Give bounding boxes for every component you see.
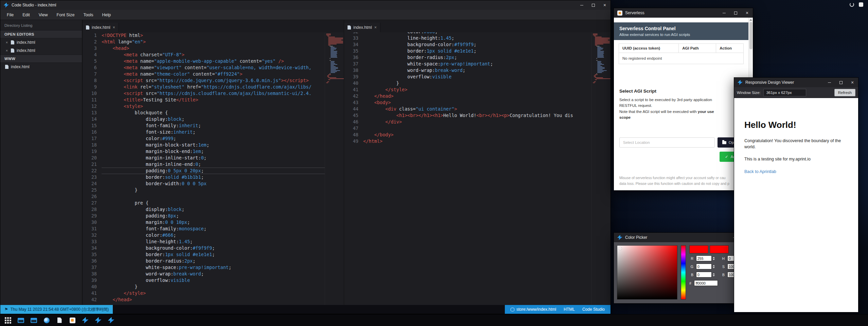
code-line-31[interactable]: font-family:monospace; xyxy=(102,226,325,232)
open-editor-item[interactable]: ×index.html xyxy=(0,38,82,46)
code-line-44[interactable]: <div class="ui container"> xyxy=(363,106,591,112)
code-line-46[interactable]: </div> xyxy=(363,119,591,125)
code-line-26[interactable] xyxy=(102,193,325,200)
close-editor-icon[interactable]: × xyxy=(5,49,8,53)
code-line-37[interactable]: white-space:pre-wrap!important; xyxy=(102,264,325,271)
minimize-button[interactable] xyxy=(576,0,587,10)
code-line-19[interactable]: margin-block-end:1em; xyxy=(102,148,325,155)
minimize-button[interactable] xyxy=(823,78,835,87)
tab-index-html[interactable]: index.html × xyxy=(344,23,380,32)
close-button[interactable]: × xyxy=(741,8,753,18)
code-line-43[interactable]: <body> xyxy=(363,99,591,106)
code-line-41[interactable]: </style> xyxy=(102,290,325,296)
code-line-39[interactable]: overflow:visible xyxy=(102,277,325,284)
minimize-button[interactable] xyxy=(718,8,730,18)
code-line-2[interactable]: <html lang="en"> xyxy=(102,39,325,45)
code-line-34[interactable]: background-color:#f9f9f9; xyxy=(102,245,325,251)
maximize-button[interactable] xyxy=(835,78,847,87)
code-line-45[interactable]: <h1><br></h1><h1>Hello World!<br></h1><p… xyxy=(363,112,591,119)
code-line-22[interactable]: padding:0 5px 0 20px; xyxy=(102,168,325,174)
code-line-8[interactable]: <script src="https://code.jquery.com/jqu… xyxy=(102,77,325,84)
script-location-input[interactable] xyxy=(619,137,715,148)
taskbar-app-serverless[interactable] xyxy=(67,315,77,325)
stepper-icon[interactable] xyxy=(713,273,715,276)
tab-close-icon[interactable]: × xyxy=(374,25,377,30)
picker-titlebar[interactable]: Color Picker × xyxy=(614,233,752,242)
menu-item-help[interactable]: Help xyxy=(98,10,116,20)
code-line-28[interactable]: display:block; xyxy=(102,206,325,213)
code-line-30[interactable]: margin:0 0 10px; xyxy=(102,219,325,226)
code-line-16[interactable]: font-size:inherit; xyxy=(102,129,325,135)
menu-item-tools[interactable]: Tools xyxy=(79,10,98,20)
tab-close-icon[interactable]: × xyxy=(113,25,115,30)
code-line-32[interactable]: color:#666; xyxy=(102,232,325,238)
code-line-38[interactable]: word-wrap:break-word; xyxy=(363,67,591,74)
minimap[interactable] xyxy=(325,32,344,305)
code-editor[interactable]: color:#666; line-height:1.45; background… xyxy=(363,32,591,145)
close-button[interactable]: × xyxy=(847,78,858,87)
code-line-39[interactable]: overflow:visible xyxy=(363,74,591,80)
code-line-40[interactable]: } xyxy=(102,284,325,290)
close-button[interactable]: × xyxy=(599,0,610,10)
code-line-6[interactable]: <meta name="viewport" content="user-scal… xyxy=(102,64,325,71)
saturation-value-field[interactable] xyxy=(617,245,677,300)
section-header-www[interactable]: WWW xyxy=(0,55,82,63)
code-line-23[interactable]: border:solid #b1b1b1; xyxy=(102,174,325,180)
code-line-38[interactable]: word-wrap:break-word; xyxy=(102,271,325,277)
picker-cursor[interactable] xyxy=(619,247,622,250)
code-line-25[interactable]: } xyxy=(102,187,325,193)
code-line-40[interactable]: } xyxy=(363,80,591,87)
minimap[interactable] xyxy=(591,32,610,305)
code-line-9[interactable]: <link rel="stylesheet" href="https://cdn… xyxy=(102,84,325,90)
serverless-titlebar[interactable]: Serverless × xyxy=(614,8,753,18)
code-line-12[interactable]: <style> xyxy=(102,103,325,110)
menu-item-font-size[interactable]: Font Size xyxy=(52,10,79,20)
code-line-47[interactable] xyxy=(363,125,591,132)
status-file-path[interactable]: store:/www/index.html xyxy=(507,307,560,312)
code-line-11[interactable]: <title>Testing Site</title> xyxy=(102,97,325,103)
code-line-4[interactable]: <meta charset="UTF-8"> xyxy=(102,52,325,58)
taskbar-app-files[interactable] xyxy=(54,315,65,325)
code-line-34[interactable]: background-color:#f9f9f9; xyxy=(363,41,591,48)
code-line-49[interactable]: </html> xyxy=(363,138,591,145)
code-line-15[interactable]: font-family:inherit; xyxy=(102,122,325,129)
refresh-button[interactable]: Refresh xyxy=(834,89,855,96)
taskbar-app-browser[interactable] xyxy=(41,315,52,325)
code-line-17[interactable]: color:#999; xyxy=(102,135,325,142)
scroll-up-icon[interactable] xyxy=(749,19,752,21)
menu-item-view[interactable]: View xyxy=(34,10,52,20)
scrollbar-thumb[interactable] xyxy=(749,22,752,49)
code-line-33[interactable]: line-height:1.45; xyxy=(363,35,591,41)
code-line-42[interactable]: </head> xyxy=(363,93,591,99)
previous-color-swatch[interactable] xyxy=(710,245,729,253)
stepper-icon[interactable] xyxy=(713,257,715,260)
taskbar-app-codestudio-3[interactable] xyxy=(106,315,116,325)
hue-slider[interactable] xyxy=(681,245,686,300)
maximize-button[interactable] xyxy=(730,8,741,18)
app-launcher-icon[interactable] xyxy=(3,315,13,325)
open-editor-item[interactable]: ×index.html xyxy=(0,46,82,55)
taskbar-app-codestudio-2[interactable] xyxy=(93,315,103,325)
main-titlebar[interactable]: Code Studio - index.html × xyxy=(0,0,610,10)
input-rgb-b[interactable]: 0 xyxy=(696,272,717,277)
code-line-1[interactable]: <!DOCTYPE html> xyxy=(102,32,325,39)
code-line-37[interactable]: white-space:pre-wrap!important; xyxy=(363,61,591,67)
code-line-27[interactable]: pre { xyxy=(102,200,325,206)
code-line-14[interactable]: display:block; xyxy=(102,116,325,122)
menu-item-edit[interactable]: Edit xyxy=(18,10,34,20)
code-line-5[interactable]: <meta name="apple-mobile-web-app-capable… xyxy=(102,58,325,64)
code-line-32[interactable]: color:#666; xyxy=(363,32,591,35)
taskbar-app-window-2[interactable] xyxy=(29,315,39,325)
code-line-24[interactable]: border-width:0 0 0 5px xyxy=(102,180,325,187)
code-line-29[interactable]: padding:8px; xyxy=(102,213,325,219)
input-rgb-r[interactable]: 255 xyxy=(696,255,717,261)
current-color-swatch[interactable] xyxy=(689,245,708,253)
code-line-18[interactable]: margin-block-start:1em; xyxy=(102,142,325,148)
code-line-36[interactable]: border-radius:2px; xyxy=(363,54,591,61)
status-app-name[interactable]: Code Studio xyxy=(579,307,608,312)
code-line-41[interactable]: </style> xyxy=(363,87,591,93)
code-line-20[interactable]: margin-inline-start:0; xyxy=(102,155,325,161)
tree-file-item[interactable]: index.html xyxy=(0,63,82,71)
status-clock[interactable]: ⚑ Thu May 11 2023 21:54:48 GMT+0800 (台北標… xyxy=(0,305,113,314)
back-link[interactable]: Back to Aprintlab xyxy=(744,169,776,174)
